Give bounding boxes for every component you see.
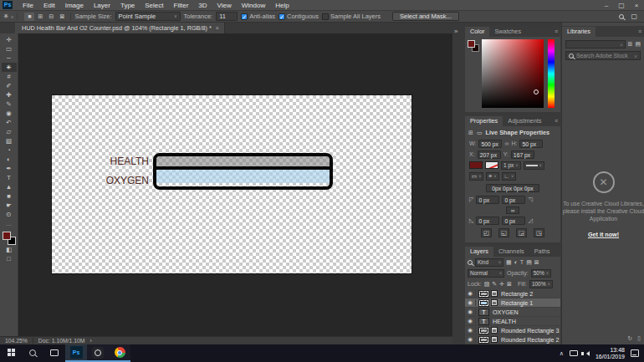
tray-expand-chevron-icon[interactable]: ∧ [560, 350, 564, 357]
color-cursor-icon[interactable] [534, 89, 539, 94]
stroke-align-dropdown[interactable]: ▭ [469, 172, 483, 181]
delete-icon[interactable]: ▯ [637, 335, 641, 342]
eyedropper-tool[interactable]: ✐ [2, 81, 17, 90]
sample-size-dropdown[interactable]: Point Sample [115, 12, 181, 21]
close-button[interactable]: × [629, 0, 644, 11]
marquee-tool[interactable]: ▭ [2, 44, 17, 54]
workspace-switcher-icon[interactable]: ▢ [631, 13, 637, 20]
filter-type-icon[interactable]: T [520, 259, 524, 265]
lock-move-icon[interactable]: ✛ [499, 281, 504, 288]
menu-item-select[interactable]: Select [140, 0, 168, 11]
shape-tool[interactable]: ■ [2, 191, 17, 201]
y-field[interactable]: 167 px [511, 150, 534, 159]
properties-panel-menu-icon[interactable]: ≡ [555, 116, 560, 126]
filter-adjustment-icon[interactable]: ◐ [514, 259, 518, 265]
menu-item-edit[interactable]: Edit [38, 0, 60, 11]
filter-shape-icon[interactable]: ▤ [526, 259, 532, 266]
intersect-selection-icon[interactable]: ⊠ [57, 13, 67, 21]
pathfinder-combine-icon[interactable]: ◰ [481, 228, 492, 237]
corner-tl-field[interactable]: 0 px [476, 196, 499, 204]
clone-stamp-tool[interactable]: ◉ [2, 109, 17, 118]
taskbar-search-button[interactable] [22, 344, 43, 362]
document-tab[interactable]: HUD Health Bar And O2 Counter.psd @ 104%… [15, 23, 225, 33]
hud-bars[interactable] [153, 153, 333, 190]
list-view-icon[interactable]: ▤ [635, 41, 641, 48]
library-select-dropdown[interactable] [565, 40, 626, 48]
layer-filter-dropdown[interactable]: Kind [475, 258, 503, 267]
crop-tool[interactable]: # [2, 72, 17, 81]
pathfinder-intersect-icon[interactable]: ◲ [516, 228, 527, 237]
menu-item-image[interactable]: Image [60, 0, 89, 11]
layer-row-rectangle-2[interactable]: ◉ Rectangle 2 [465, 289, 560, 298]
action-center-icon[interactable] [631, 349, 639, 357]
visibility-eye-icon[interactable]: ◉ [465, 327, 476, 334]
saturation-picker[interactable] [482, 39, 544, 108]
tab-properties[interactable]: Properties [465, 116, 503, 126]
stroke-color-swatch[interactable] [485, 161, 498, 169]
visibility-eye-icon[interactable]: ◉ [465, 318, 476, 324]
libraries-panel-menu-icon[interactable]: ≡ [638, 27, 644, 37]
eraser-tool[interactable]: ▱ [2, 127, 17, 136]
blend-mode-dropdown[interactable]: Normal [468, 269, 504, 278]
stroke-caps-dropdown[interactable]: ≡ [486, 172, 498, 181]
tab-color[interactable]: Color [465, 27, 489, 37]
network-display-icon[interactable] [570, 350, 578, 356]
quick-mask-icon[interactable]: ◧ [2, 245, 17, 254]
layer-row-rectangle-1[interactable]: ◉ Rectangle 1 [465, 298, 560, 308]
stroke-corners-dropdown[interactable]: ∟ [502, 172, 517, 181]
tab-channels[interactable]: Channels [493, 247, 529, 257]
subtract-selection-icon[interactable]: ⊟ [46, 13, 56, 21]
menu-item-layer[interactable]: Layer [89, 0, 115, 11]
foreground-color-swatch[interactable] [3, 232, 11, 240]
layer-row-rounded-rectangle-3[interactable]: ◉ Rounded Rectangle 3 [465, 326, 560, 335]
search-icon[interactable] [619, 14, 624, 19]
select-and-mask-button[interactable]: Select and Mask... [392, 12, 459, 21]
pathfinder-subtract-icon[interactable]: ◱ [498, 228, 509, 237]
collapse-panels-icon[interactable]: » [454, 28, 457, 35]
zoom-level-field[interactable]: 104.25% [5, 338, 33, 344]
start-button[interactable] [0, 344, 22, 362]
brush-tool[interactable]: ✎ [2, 99, 17, 109]
layer-row-rounded-rectangle-2[interactable]: ◉ Rounded Rectangle 2 [465, 335, 560, 344]
corner-br-field[interactable]: 0 px [502, 217, 525, 225]
sync-icon[interactable]: ↻ [627, 335, 632, 342]
x-field[interactable]: 207 px [478, 150, 501, 159]
filter-smart-icon[interactable]: ⊠ [534, 259, 539, 266]
height-field[interactable]: 50 px [519, 140, 543, 148]
gradient-tool[interactable]: ▧ [2, 136, 17, 145]
taskbar-photoshop-button[interactable]: Ps [65, 344, 87, 362]
move-tool[interactable]: ✛ [2, 35, 17, 44]
hand-tool[interactable]: ☛ [2, 201, 17, 210]
tab-adjustments[interactable]: Adjustments [503, 116, 546, 126]
taskbar-chrome-button[interactable] [109, 344, 130, 362]
lasso-tool[interactable]: ∽ [2, 54, 17, 63]
canvas[interactable]: HEALTH OXYGEN [52, 95, 411, 273]
history-brush-tool[interactable]: ↶ [2, 118, 17, 127]
lock-transparency-icon[interactable]: ▨ [484, 281, 490, 288]
taskbar-app-button[interactable] [87, 344, 109, 362]
anti-alias-checkbox[interactable]: Anti-alias [241, 13, 275, 20]
tab-paths[interactable]: Paths [529, 247, 555, 257]
new-selection-icon[interactable]: ■ [24, 13, 34, 21]
minimize-button[interactable]: – [599, 0, 614, 11]
hue-slider[interactable] [548, 39, 555, 108]
tab-layers[interactable]: Layers [465, 247, 493, 257]
layer-row-oxygen[interactable]: ◉ T OXYGEN [465, 308, 560, 317]
close-tab-icon[interactable]: × [216, 25, 219, 31]
filter-pixel-icon[interactable]: ▦ [506, 259, 512, 266]
stroke-width-dropdown[interactable]: 1 px [501, 161, 521, 170]
blur-tool[interactable]: ◔ [2, 145, 17, 155]
sample-all-layers-checkbox[interactable]: Sample All Layers [322, 13, 381, 20]
visibility-eye-icon[interactable]: ◉ [465, 336, 476, 343]
restore-button[interactable]: ▢ [614, 0, 629, 11]
zoom-tool[interactable]: ⊙ [2, 210, 17, 219]
fill-color-swatch[interactable] [469, 161, 483, 169]
volume-icon[interactable] [584, 351, 590, 356]
menu-item-file[interactable]: File [18, 0, 38, 11]
fill-dropdown[interactable]: 100% [529, 280, 553, 288]
visibility-eye-icon[interactable]: ◉ [465, 299, 476, 306]
pen-tool[interactable]: ✒ [2, 164, 17, 173]
taskbar-clock[interactable]: 13:48 16/01/2019 [595, 347, 625, 360]
menu-item-window[interactable]: Window [237, 0, 270, 11]
layer-row-health[interactable]: ◉ T HEALTH [465, 317, 560, 326]
